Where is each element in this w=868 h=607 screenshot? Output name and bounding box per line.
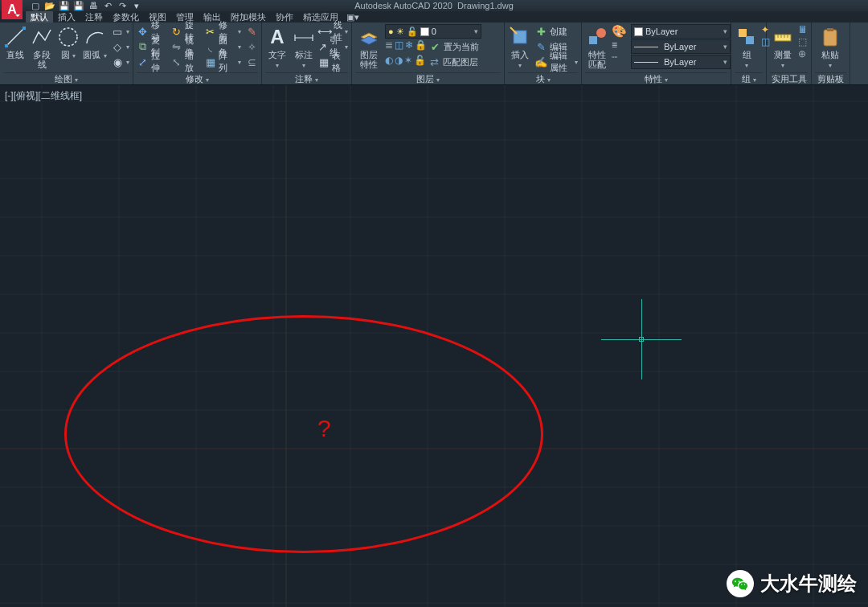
quick-access-toolbar: ▢ 📂 💾 💾 🖶 ↶ ↷ ▾ — [28, 0, 144, 11]
line-button[interactable]: 直线 — [3, 24, 27, 59]
text-button[interactable]: A 文字▾ — [265, 24, 289, 71]
layer-lock-icon[interactable]: 🔒 — [415, 39, 427, 54]
rectangle-button[interactable]: ▭▾ — [111, 24, 129, 39]
matchprop-button[interactable]: 特性 匹配 — [585, 24, 609, 69]
open-icon[interactable]: 📂 — [43, 0, 57, 11]
edit-attr-button[interactable]: ✍编辑属性▾ — [534, 55, 578, 69]
viewport-label[interactable]: [-][俯视][二维线框] — [3, 88, 84, 104]
offset-button[interactable]: ⊆ — [245, 55, 258, 69]
leader-icon: ↗ — [318, 40, 327, 53]
line-icon — [3, 25, 27, 49]
select-icon[interactable]: ⬚ — [798, 36, 808, 47]
array-icon: ▦ — [204, 55, 216, 68]
explode-button[interactable]: ✧ — [245, 39, 258, 54]
scale-button[interactable]: ⤡缩放 — [170, 55, 202, 69]
undo-icon[interactable]: ↶ — [100, 0, 115, 11]
layer-combo[interactable]: ● ☀ 🔓 0 ▾ — [385, 24, 481, 39]
create-block-button[interactable]: ✚创建 — [534, 24, 578, 39]
arc-button[interactable]: 圆弧 ▾ — [83, 24, 107, 61]
color-swatch — [634, 27, 643, 36]
annotation-ellipse — [64, 315, 543, 553]
lineweight-combo[interactable]: ByLayer▾ — [631, 39, 731, 54]
array-button[interactable]: ▦阵列▾ — [204, 55, 241, 69]
group-button[interactable]: 组▾ — [735, 24, 759, 71]
tab-annotate[interactable]: 注释 — [80, 11, 108, 23]
panel-clipboard: 粘贴▾ 剪贴板 — [812, 23, 850, 84]
panel-title-draw[interactable]: 绘图 — [3, 72, 129, 84]
matchprop-icon — [585, 25, 609, 49]
layer-color-swatch — [420, 27, 429, 36]
tab-insert[interactable]: 插入 — [53, 11, 80, 23]
layer-freeze-icon[interactable]: ❄ — [405, 39, 413, 54]
watermark-text: 大水牛测绘 — [760, 571, 857, 597]
qat-more-icon[interactable]: ▾ — [129, 0, 144, 11]
layer-thaw-icon[interactable]: ✶ — [404, 55, 412, 69]
lt-preview — [634, 62, 658, 63]
panel-title-layers[interactable]: 图层 — [355, 72, 501, 84]
edit-icon: ✎ — [534, 40, 547, 53]
save-icon[interactable]: 💾 — [57, 0, 72, 11]
attr-icon: ✍ — [534, 55, 547, 68]
measure-button[interactable]: 测量▾ — [770, 24, 796, 71]
saveas-icon[interactable]: 💾 — [72, 0, 86, 11]
color-wheel-icon[interactable]: 🎨 — [612, 24, 627, 39]
polyline-button[interactable]: 多段线 — [30, 24, 54, 69]
panel-title-modify[interactable]: 修改 — [137, 72, 258, 84]
layer-props-button[interactable]: 图层 特性 — [355, 24, 383, 69]
panel-groups: 组▾ ✦ ◫ 组 — [731, 23, 767, 84]
match-layer-icon: ⇄ — [428, 55, 440, 68]
plot-icon[interactable]: 🖶 — [86, 0, 100, 11]
linetype-combo[interactable]: ByLayer▾ — [631, 55, 731, 69]
redo-icon[interactable]: ↷ — [115, 0, 129, 11]
hatch-button[interactable]: ◇▾ — [111, 39, 129, 54]
calc-icon[interactable]: 🖩 — [798, 24, 808, 35]
layer-on-icon[interactable]: ◑ — [395, 55, 403, 69]
color-combo[interactable]: ByLayer▾ — [631, 24, 731, 39]
mirror-icon: ⇋ — [170, 40, 182, 53]
panel-props: 特性 匹配 🎨 ≡ ┈ ByLayer▾ ByLayer▾ ByLayer▾ 特… — [582, 23, 731, 84]
layer-state-icon[interactable]: ≣ — [385, 39, 393, 54]
circle-button[interactable]: 圆 ▾ — [56, 24, 80, 61]
svg-rect-7 — [746, 36, 754, 44]
dimension-icon — [292, 25, 316, 49]
panel-title-props[interactable]: 特性 — [585, 72, 727, 84]
svg-rect-10 — [827, 28, 833, 31]
drawing-canvas[interactable]: [-][俯视][二维线框] ? 大水牛测绘 — [0, 85, 868, 607]
stretch-button[interactable]: ⤢拉伸 — [137, 55, 168, 69]
dimension-button[interactable]: 标注▾ — [292, 24, 316, 71]
tab-parametric[interactable]: 参数化 — [108, 11, 144, 23]
ellipse-button[interactable]: ◉▾ — [111, 55, 129, 69]
table-button[interactable]: ▦表格 — [318, 55, 348, 69]
rotate-icon: ↻ — [170, 25, 182, 38]
panel-title-clipboard[interactable]: 剪贴板 — [815, 72, 846, 84]
hatch-icon: ◇ — [111, 40, 124, 53]
svg-rect-6 — [739, 29, 747, 37]
insert-button[interactable]: 插入▾ — [508, 24, 532, 71]
layers-icon — [357, 25, 381, 49]
stretch-icon: ⤢ — [137, 55, 149, 68]
layer-off-icon[interactable]: ◐ — [385, 55, 393, 69]
panel-title-utils[interactable]: 实用工具 — [770, 72, 808, 84]
tab-more-icon[interactable]: ▣▾ — [343, 11, 362, 23]
panel-title-annotate[interactable]: 注释 — [265, 72, 348, 84]
tab-collab[interactable]: 协作 — [271, 11, 298, 23]
point-icon[interactable]: ⊕ — [798, 48, 808, 59]
paste-button[interactable]: 粘贴▾ — [815, 24, 845, 71]
fillet-icon: ◟ — [204, 40, 216, 53]
svg-rect-0 — [5, 44, 8, 47]
new-icon[interactable]: ▢ — [28, 0, 43, 11]
panel-title-groups[interactable]: 组 — [735, 72, 763, 84]
layer-unlock-icon[interactable]: 🔓 — [414, 55, 426, 69]
panel-title-block[interactable]: 块 — [508, 72, 578, 84]
match-layer-button[interactable]: ⇄匹配图层 — [428, 55, 478, 69]
wechat-icon — [727, 570, 754, 597]
lw-preview — [634, 47, 658, 47]
ellipse-icon: ◉ — [111, 55, 124, 68]
tab-default[interactable]: 默认 — [26, 11, 53, 23]
linetype-icon[interactable]: ┈ — [612, 51, 627, 63]
make-current-button[interactable]: ✔置为当前 — [428, 39, 479, 54]
lineweight-icon[interactable]: ≡ — [612, 39, 627, 51]
app-menu-button[interactable]: A — [2, 0, 23, 19]
erase-button[interactable]: ✎ — [245, 24, 258, 39]
layer-iso-icon[interactable]: ◫ — [395, 39, 403, 54]
